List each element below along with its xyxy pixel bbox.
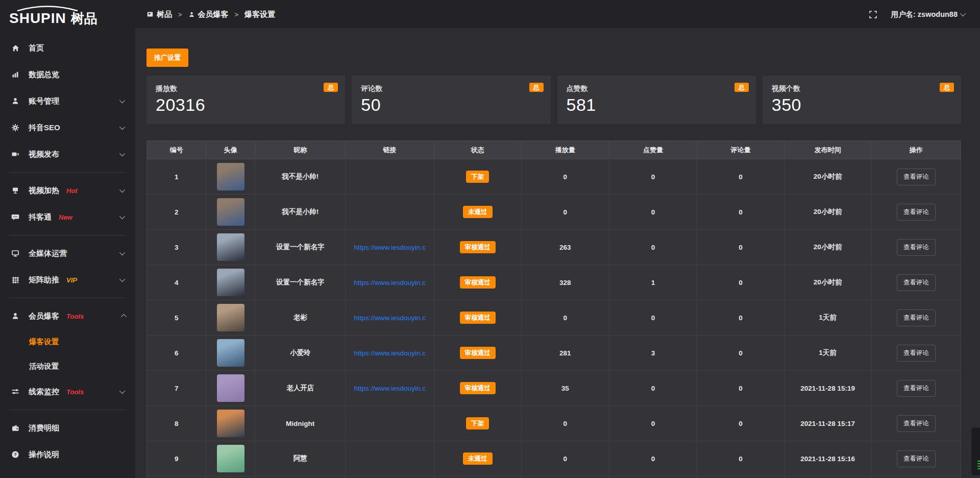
cell-time: 1天前 bbox=[784, 300, 871, 336]
cell-nickname: 小爱玲 bbox=[255, 336, 346, 371]
cell-link: https://www.iesdouyin.c bbox=[346, 300, 434, 336]
help-icon: ? bbox=[10, 450, 20, 459]
view-comments-button[interactable]: 查看评论 bbox=[897, 450, 936, 467]
stat-card-likes: 点赞数 581 总 bbox=[557, 76, 756, 124]
sidebar-item-label: 矩阵助推 bbox=[29, 275, 59, 285]
cell-nickname bbox=[255, 476, 346, 478]
sidebar-menu: 首页 数据总览 账号管理 抖音SEO bbox=[0, 29, 135, 468]
stat-label: 播放数 bbox=[156, 84, 336, 93]
cell-actions: 查看评论 bbox=[871, 230, 961, 265]
cell-id: 1 bbox=[147, 159, 206, 195]
user-menu[interactable]: 用户名: zswodun88 bbox=[891, 10, 966, 19]
sidebar-item-matrix-boost[interactable]: 矩阵助推 VIP bbox=[0, 267, 135, 293]
view-comments-button[interactable]: 查看评论 bbox=[897, 345, 936, 362]
video-link[interactable]: https://www.iesdouyin.c bbox=[354, 244, 425, 251]
cell-plays: 0 bbox=[521, 195, 609, 230]
cell-status: 未通过 bbox=[434, 441, 521, 476]
video-link[interactable]: https://www.iesdouyin.c bbox=[354, 314, 425, 322]
cell-time: 1天前 bbox=[784, 336, 871, 371]
cell-actions: 查看评论 bbox=[871, 476, 961, 478]
app-window: SHUPIN 树品 首页 数据总览 账号管理 bbox=[0, 0, 980, 478]
username-text: 用户名: zswodun88 bbox=[891, 10, 958, 19]
sidebar-item-member-baoke[interactable]: 会员爆客 Tools bbox=[0, 303, 135, 329]
cell-plays: 0 bbox=[521, 300, 609, 336]
total-badge: 总 bbox=[324, 83, 338, 92]
sidebar-item-allmedia-ops[interactable]: 全媒体运营 bbox=[0, 240, 135, 267]
breadcrumb-separator: > bbox=[178, 11, 182, 18]
promo-settings-button[interactable]: 推广设置 bbox=[146, 49, 188, 67]
cell-status: 审核通过 bbox=[434, 230, 521, 265]
chevron-up-icon bbox=[121, 314, 127, 320]
stat-value: 20316 bbox=[156, 95, 336, 115]
table-row: 2 我不是小帅! 未通过 0 0 0 20小时前 查看评论 bbox=[147, 195, 961, 230]
sidebar-subitem-baoke-settings[interactable]: 爆客设置 bbox=[0, 329, 135, 354]
breadcrumb-item-section[interactable]: 会员爆客 bbox=[198, 10, 229, 19]
view-comments-button[interactable]: 查看评论 bbox=[897, 169, 936, 185]
video-link[interactable]: https://www.iesdouyin.c bbox=[354, 349, 425, 357]
sidebar-item-video-publish[interactable]: 视频发布 bbox=[0, 141, 135, 168]
cell-link bbox=[346, 195, 434, 230]
sidebar-item-clue-monitor[interactable]: 线索监控 Tools bbox=[0, 378, 135, 405]
sidebar-item-data-overview[interactable]: 数据总览 bbox=[0, 61, 135, 88]
floating-widget[interactable] bbox=[971, 427, 980, 476]
cell-likes: 0 bbox=[609, 195, 697, 230]
cell-likes: 0 bbox=[609, 230, 697, 265]
view-comments-button[interactable]: 查看评论 bbox=[897, 309, 936, 326]
cell-comments: 0 bbox=[697, 406, 785, 441]
cell-plays: 35 bbox=[521, 371, 609, 406]
cell-link bbox=[346, 476, 434, 478]
col-header-time: 发布时间 bbox=[784, 141, 871, 159]
sidebar-item-label: 线索监控 bbox=[29, 387, 59, 397]
table-row: 4 设置一个新名字 https://www.iesdouyin.c 审核通过 3… bbox=[147, 265, 961, 300]
svg-text:?: ? bbox=[14, 451, 17, 457]
video-link[interactable]: https://www.iesdouyin.c bbox=[354, 279, 425, 286]
status-badge: 审核通过 bbox=[460, 241, 496, 254]
sidebar-item-instructions[interactable]: ? 操作说明 bbox=[0, 441, 135, 468]
cell-likes: 0 bbox=[609, 371, 697, 406]
view-comments-button[interactable]: 查看评论 bbox=[897, 204, 936, 221]
sidebar-item-video-heat[interactable]: 视频加热 Hot bbox=[0, 177, 135, 204]
cell-status: 未通过 bbox=[434, 195, 521, 230]
status-badge: 下架 bbox=[466, 171, 489, 183]
view-comments-button[interactable]: 查看评论 bbox=[897, 274, 936, 291]
cell-comments: 0 bbox=[697, 371, 785, 406]
breadcrumb-item-root[interactable]: 树品 bbox=[157, 10, 172, 19]
cell-avatar bbox=[206, 371, 255, 406]
view-comments-button[interactable]: 查看评论 bbox=[897, 415, 936, 432]
sidebar-item-consume-detail[interactable]: 消费明细 bbox=[0, 415, 135, 441]
sidebar-item-home[interactable]: 首页 bbox=[0, 35, 135, 61]
chevron-down-icon bbox=[119, 276, 125, 282]
sidebar-item-douyin-seo[interactable]: 抖音SEO bbox=[0, 114, 135, 141]
cell-comments bbox=[697, 476, 785, 478]
cell-link: https://www.iesdouyin.c bbox=[346, 230, 434, 265]
table-row: 7 老人开店 https://www.iesdouyin.c 审核通过 35 0… bbox=[147, 371, 961, 406]
status-badge: 审核通过 bbox=[460, 276, 496, 289]
cell-avatar bbox=[206, 230, 255, 265]
tools-badge: Tools bbox=[66, 388, 84, 396]
sidebar-subitem-activity-settings[interactable]: 活动设置 bbox=[0, 354, 135, 378]
home-icon bbox=[10, 44, 20, 53]
cell-likes: 0 bbox=[609, 441, 697, 476]
cell-link bbox=[346, 159, 434, 195]
sidebar: SHUPIN 树品 首页 数据总览 账号管理 bbox=[0, 0, 135, 478]
sidebar-item-account-mgmt[interactable]: 账号管理 bbox=[0, 88, 135, 114]
view-comments-button[interactable]: 查看评论 bbox=[897, 380, 936, 397]
sidebar-item-douketong[interactable]: 抖客通 New bbox=[0, 204, 135, 230]
cell-status: 审核通过 bbox=[434, 300, 521, 336]
cell-likes bbox=[609, 476, 697, 478]
total-badge: 总 bbox=[734, 83, 749, 92]
status-badge: 审核通过 bbox=[460, 312, 496, 324]
avatar bbox=[217, 410, 244, 437]
view-comments-button[interactable]: 查看评论 bbox=[897, 239, 936, 256]
sidebar-item-label: 账号管理 bbox=[29, 97, 59, 106]
status-badge: 未通过 bbox=[463, 206, 493, 219]
status-badge: 审核通过 bbox=[460, 382, 496, 395]
table-row: 1 我不是小帅! 下架 0 0 0 20小时前 查看评论 bbox=[147, 159, 961, 195]
cell-time: 2021-11-28 15:19 bbox=[784, 371, 871, 406]
sidebar-item-label: 抖音SEO bbox=[29, 123, 60, 133]
cell-actions: 查看评论 bbox=[871, 441, 961, 476]
cell-comments: 0 bbox=[697, 300, 785, 336]
fullscreen-icon[interactable] bbox=[869, 10, 877, 19]
video-link[interactable]: https://www.iesdouyin.c bbox=[354, 385, 425, 392]
cell-id: 7 bbox=[147, 371, 206, 406]
